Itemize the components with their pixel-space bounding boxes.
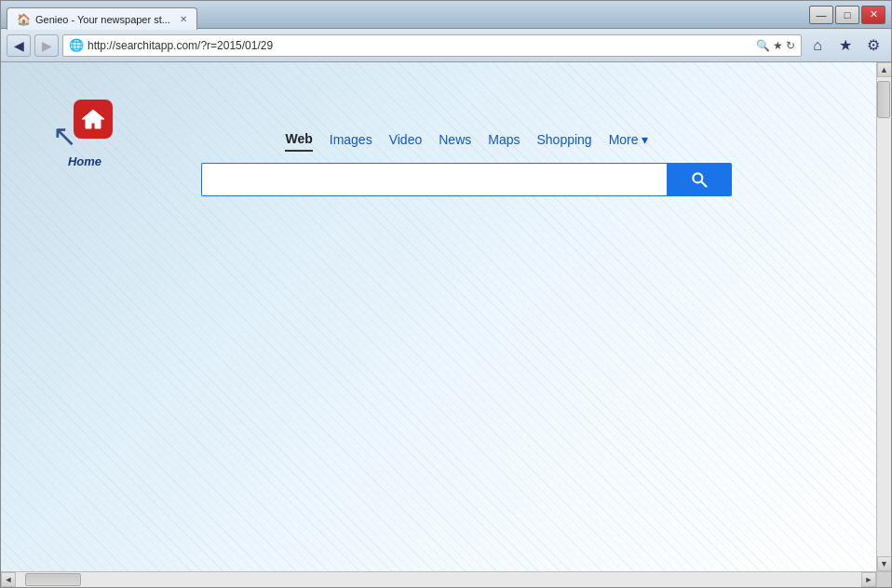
house-icon bbox=[74, 100, 113, 139]
home-nav-button[interactable]: ⌂ bbox=[805, 34, 830, 57]
horizontal-scrollbar[interactable]: ◄ ► bbox=[1, 572, 876, 587]
scroll-thumb-v[interactable] bbox=[877, 81, 890, 118]
refresh-icon[interactable]: ↻ bbox=[786, 39, 795, 52]
titlebar: 🏠 Genieo - Your newspaper st... ✕ — □ ✕ bbox=[1, 1, 891, 29]
address-bar[interactable]: 🌐 🔍 ★ ↻ bbox=[62, 34, 802, 57]
nav-images[interactable]: Images bbox=[330, 127, 372, 152]
active-tab[interactable]: 🏠 Genieo - Your newspaper st... ✕ bbox=[7, 7, 197, 30]
browser-window: 🏠 Genieo - Your newspaper st... ✕ — □ ✕ … bbox=[0, 0, 892, 588]
favorites-nav-button[interactable]: ★ bbox=[833, 34, 858, 57]
window-controls: — □ ✕ bbox=[809, 6, 885, 24]
svg-line-2 bbox=[702, 182, 707, 187]
nav-right-buttons: ⌂ ★ ⚙ bbox=[805, 34, 885, 57]
forward-button[interactable]: ▶ bbox=[34, 34, 59, 57]
search-box-row bbox=[201, 163, 732, 196]
favorites-icon[interactable]: ★ bbox=[773, 39, 783, 52]
nav-web[interactable]: Web bbox=[285, 127, 312, 152]
settings-nav-button[interactable]: ⚙ bbox=[861, 34, 885, 57]
vertical-scrollbar[interactable]: ▲ ▼ bbox=[876, 62, 891, 571]
page-content: ↖ Home Web Images Video News bbox=[1, 62, 876, 571]
search-input[interactable] bbox=[201, 163, 667, 196]
navbar: ◀ ▶ 🌐 🔍 ★ ↻ ⌂ ★ ⚙ bbox=[1, 29, 891, 62]
tab-close-button[interactable]: ✕ bbox=[180, 14, 187, 24]
scroll-track-h[interactable] bbox=[16, 572, 861, 587]
nav-shopping[interactable]: Shopping bbox=[536, 127, 591, 152]
scroll-down-button[interactable]: ▼ bbox=[877, 556, 892, 571]
back-button[interactable]: ◀ bbox=[7, 34, 31, 57]
nav-video[interactable]: Video bbox=[389, 127, 423, 152]
tab-bar: 🏠 Genieo - Your newspaper st... ✕ bbox=[7, 3, 197, 30]
tab-favicon: 🏠 bbox=[17, 13, 30, 26]
bottom-scrollbar-area: ◄ ► bbox=[1, 571, 891, 587]
scroll-right-button[interactable]: ► bbox=[861, 572, 876, 587]
browser-body: ↖ Home Web Images Video News bbox=[1, 62, 891, 571]
tab-title: Genieo - Your newspaper st... bbox=[35, 14, 170, 25]
search-button[interactable] bbox=[667, 163, 732, 196]
search-address-icon[interactable]: 🔍 bbox=[756, 39, 770, 52]
scroll-track-v[interactable] bbox=[877, 77, 891, 556]
nav-more[interactable]: More ▾ bbox=[609, 127, 648, 152]
search-content: Web Images Video News Maps Shopping More… bbox=[1, 127, 876, 571]
close-button[interactable]: ✕ bbox=[861, 6, 885, 24]
address-favicon: 🌐 bbox=[69, 38, 84, 52]
address-icons: 🔍 ★ ↻ bbox=[756, 39, 795, 52]
maximize-button[interactable]: □ bbox=[835, 6, 859, 24]
minimize-button[interactable]: — bbox=[809, 6, 833, 24]
nav-maps[interactable]: Maps bbox=[488, 127, 520, 152]
search-nav: Web Images Video News Maps Shopping More… bbox=[285, 127, 647, 152]
scrollbar-corner bbox=[876, 572, 891, 587]
nav-news[interactable]: News bbox=[439, 127, 471, 152]
search-icon bbox=[690, 170, 709, 189]
address-input[interactable] bbox=[88, 39, 752, 52]
more-chevron-icon: ▾ bbox=[642, 132, 648, 147]
scroll-left-button[interactable]: ◄ bbox=[1, 572, 16, 587]
scroll-thumb-h[interactable] bbox=[25, 573, 81, 586]
scroll-up-button[interactable]: ▲ bbox=[877, 62, 892, 77]
svg-marker-0 bbox=[82, 110, 104, 128]
